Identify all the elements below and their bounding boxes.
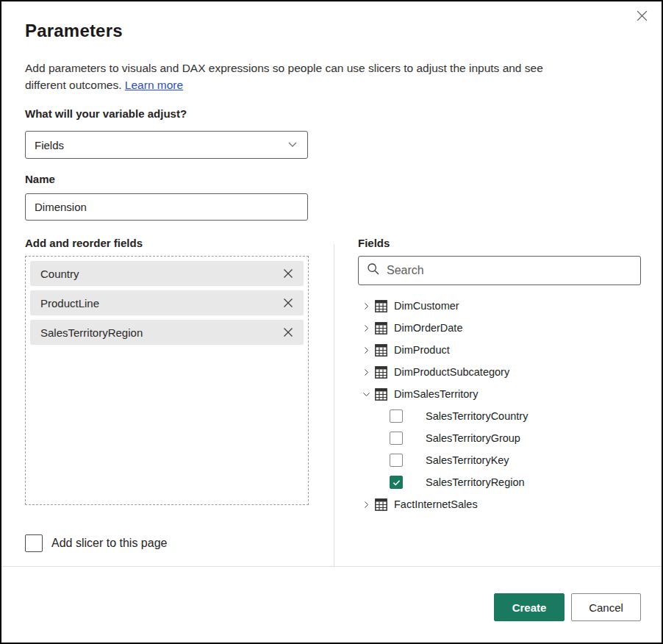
field-checkbox[interactable]	[390, 409, 403, 423]
chevron-right-icon[interactable]	[361, 323, 371, 333]
close-icon	[636, 10, 648, 25]
add-slicer-checkbox[interactable]	[25, 534, 43, 552]
reorder-item-label: ProductLine	[40, 297, 99, 310]
parameters-dialog: Parameters Add parameters to visuals and…	[0, 0, 663, 644]
tree-child-salesterritorycountry: SalesTerritoryCountry	[358, 405, 652, 427]
remove-field-button[interactable]	[282, 326, 295, 339]
reorder-item[interactable]: SalesTerritoryRegion	[30, 320, 304, 345]
page-title: Parameters	[25, 21, 123, 41]
remove-icon	[282, 297, 294, 309]
tree-item-dimorderdate[interactable]: DimOrderDate	[358, 317, 652, 339]
name-label: Name	[25, 173, 55, 185]
dialog-description: Add parameters to visuals and DAX expres…	[25, 60, 635, 93]
tree-child-salesterritoryregion: SalesTerritoryRegion	[358, 471, 652, 493]
reorder-item[interactable]: Country	[30, 261, 304, 286]
chevron-down-icon	[287, 138, 298, 152]
field-checkbox-checked[interactable]	[390, 476, 403, 489]
vertical-divider	[334, 244, 334, 566]
tree-item-factinternetsales[interactable]: FactInternetSales	[358, 493, 652, 515]
description-line1: Add parameters to visuals and DAX expres…	[25, 62, 543, 74]
remove-field-button[interactable]	[282, 267, 295, 280]
chevron-right-icon[interactable]	[361, 301, 371, 311]
tree-child-label: SalesTerritoryKey	[426, 454, 509, 466]
remove-icon	[282, 326, 294, 338]
adjust-dropdown[interactable]: Fields	[25, 131, 308, 159]
close-button[interactable]	[632, 7, 651, 26]
table-icon	[375, 344, 387, 357]
remove-icon	[282, 268, 294, 279]
chevron-right-icon[interactable]	[361, 346, 371, 355]
description-line2: different outcomes.	[25, 79, 122, 91]
table-icon	[375, 366, 387, 379]
reorder-label: Add and reorder fields	[25, 237, 143, 249]
fields-tree: DimCustomer DimOrderDate DimProduct DimP…	[358, 295, 652, 515]
tree-item-label: DimOrderDate	[394, 322, 462, 334]
tree-child-salesterritorykey: SalesTerritoryKey	[358, 449, 652, 471]
fields-search-box	[358, 256, 641, 285]
table-icon	[375, 388, 387, 401]
tree-child-salesterritorygroup: SalesTerritoryGroup	[358, 427, 652, 449]
tree-item-dimsalesterritory[interactable]: DimSalesTerritory	[358, 383, 652, 405]
field-checkbox[interactable]	[390, 454, 403, 467]
tree-child-label: SalesTerritoryGroup	[426, 432, 520, 444]
footer-divider	[1, 566, 662, 567]
tree-item-label: DimSalesTerritory	[394, 388, 478, 400]
add-slicer-label: Add slicer to this page	[51, 537, 167, 550]
check-icon	[392, 478, 401, 487]
table-icon	[375, 498, 387, 511]
table-icon	[375, 300, 387, 312]
fields-panel-title: Fields	[358, 237, 390, 249]
search-input[interactable]	[387, 264, 633, 277]
adjust-dropdown-value: Fields	[35, 139, 64, 151]
add-slicer-row: Add slicer to this page	[25, 534, 167, 552]
remove-field-button[interactable]	[282, 296, 295, 310]
reorder-item-label: SalesTerritoryRegion	[40, 326, 143, 339]
reorder-item-label: Country	[40, 268, 79, 280]
name-field-wrapper	[25, 193, 308, 221]
chevron-right-icon[interactable]	[361, 368, 371, 377]
reorder-fields-container: Country ProductLine SalesTerritoryRegion	[25, 256, 309, 505]
tree-child-label: SalesTerritoryRegion	[426, 476, 525, 488]
reorder-item[interactable]: ProductLine	[30, 290, 304, 315]
cancel-button[interactable]: Cancel	[571, 593, 641, 621]
chevron-right-icon[interactable]	[361, 500, 371, 509]
tree-item-dimproduct[interactable]: DimProduct	[358, 339, 652, 361]
tree-item-label: DimCustomer	[394, 300, 459, 312]
chevron-down-icon[interactable]	[361, 390, 371, 399]
search-icon	[366, 262, 381, 279]
field-checkbox[interactable]	[390, 432, 403, 445]
create-button[interactable]: Create	[494, 593, 565, 621]
learn-more-link[interactable]: Learn more	[125, 79, 183, 91]
adjust-label: What will your variable adjust?	[25, 107, 187, 120]
tree-item-label: FactInternetSales	[394, 498, 478, 510]
tree-child-label: SalesTerritoryCountry	[426, 410, 528, 422]
tree-item-label: DimProduct	[394, 344, 450, 356]
table-icon	[375, 322, 387, 334]
name-field[interactable]	[35, 201, 298, 213]
tree-item-dimcustomer[interactable]: DimCustomer	[358, 295, 652, 317]
tree-item-label: DimProductSubcategory	[394, 366, 509, 378]
tree-item-dimproductsubcategory[interactable]: DimProductSubcategory	[358, 361, 652, 383]
